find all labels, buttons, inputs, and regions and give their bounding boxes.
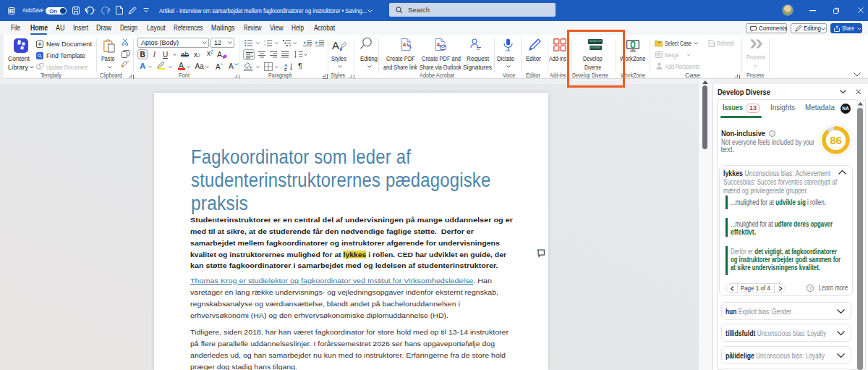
svg-text:86: 86: [830, 134, 842, 146]
svg-text:1: 1: [264, 40, 265, 43]
svg-text:A: A: [403, 42, 407, 47]
svg-text:A: A: [284, 62, 288, 67]
svg-text:A: A: [437, 42, 441, 47]
svg-text:2: 2: [264, 44, 265, 47]
